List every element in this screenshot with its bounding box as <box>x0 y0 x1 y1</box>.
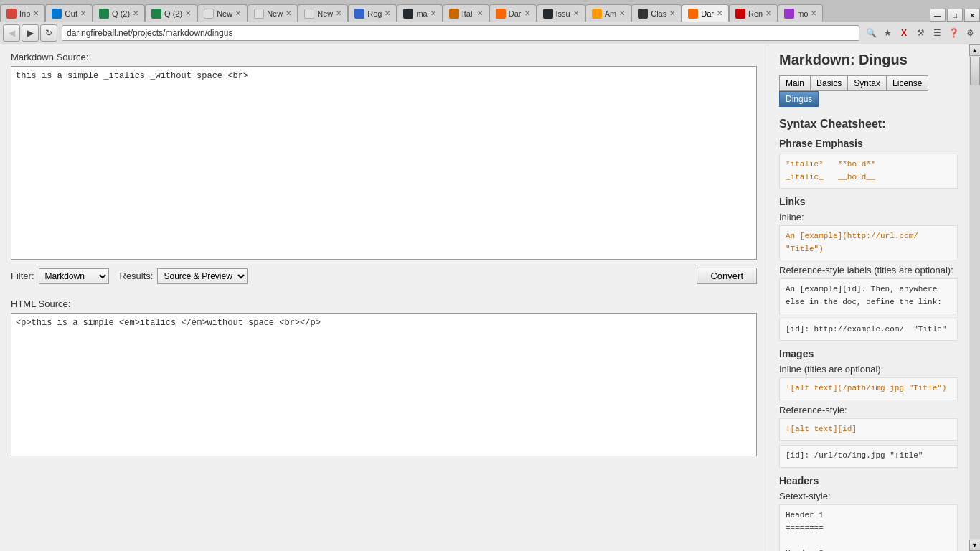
tab-close-icon[interactable]: ✕ <box>619 9 625 17</box>
tab-bar: Inb✕Out✕Q (2)✕Q (2)✕New✕New✕New✕Reg✕ma✕I… <box>0 0 980 22</box>
tab-label: Clas <box>651 9 666 18</box>
images-reference-code2: [id]: /url/to/img.jpg "Title" <box>779 445 958 468</box>
tab-new3[interactable]: New✕ <box>298 4 348 22</box>
maximize-button[interactable]: □ <box>947 9 963 22</box>
scrollbar-track[interactable] <box>970 57 980 539</box>
tab-daring2[interactable]: Dar✕ <box>682 4 729 22</box>
tab-label: ma <box>416 9 427 18</box>
markdown-source-label: Markdown Source: <box>11 52 757 62</box>
tab-close-icon[interactable]: ✕ <box>524 9 530 17</box>
tab-favicon <box>254 9 264 19</box>
links-title: Links <box>779 196 958 207</box>
sidebar-nav-main[interactable]: Main <box>779 75 811 91</box>
convert-button[interactable]: Convert <box>697 268 757 284</box>
addon-icon[interactable]: X <box>897 26 911 40</box>
sidebar-nav-license[interactable]: License <box>886 75 928 91</box>
html-source-label: HTML Source: <box>11 298 757 309</box>
tab-favicon <box>52 9 62 19</box>
images-inline-code: ![alt text](/path/img.jpg "Title") <box>779 377 958 400</box>
images-title: Images <box>779 348 958 359</box>
refresh-button[interactable]: ↻ <box>40 24 57 42</box>
tab-favicon <box>735 9 745 19</box>
search-icon[interactable]: 🔍 <box>864 26 878 40</box>
tab-github-ma[interactable]: ma✕ <box>397 4 442 22</box>
tab-close-icon[interactable]: ✕ <box>33 9 39 17</box>
page-scrollbar: ▲ ▼ <box>969 44 980 551</box>
tab-italic[interactable]: Itali✕ <box>443 4 489 22</box>
tab-close-icon[interactable]: ✕ <box>80 9 86 17</box>
tab-favicon <box>304 9 314 19</box>
tab-label: Dar <box>701 9 714 18</box>
tab-close-icon[interactable]: ✕ <box>477 9 483 17</box>
tab-close-icon[interactable]: ✕ <box>286 9 291 17</box>
navigation-bar: ◀ ▶ ↻ 🔍 ★ X ⚒ ☰ ❓ ⚙ <box>0 22 980 44</box>
tab-close-icon[interactable]: ✕ <box>336 9 341 17</box>
tab-favicon <box>688 9 698 19</box>
tab-regex[interactable]: Reg✕ <box>348 4 397 22</box>
tab-daring[interactable]: Dar✕ <box>489 4 537 22</box>
filter-select[interactable]: MarkdownSmartypantsNone <box>39 268 109 284</box>
menu-icon[interactable]: ☰ <box>930 26 944 40</box>
tab-gmail[interactable]: Inb✕ <box>0 4 45 22</box>
phrase-emphasis-code: *italic* **bold** _italic_ __bold__ <box>779 154 958 189</box>
tab-amazon[interactable]: Am✕ <box>585 4 632 22</box>
tab-close-icon[interactable]: ✕ <box>185 9 191 17</box>
results-select[interactable]: Source & PreviewSource OnlyPreview Only <box>157 268 248 284</box>
tab-label: Inb <box>19 9 30 18</box>
tab-label: Dar <box>509 9 522 18</box>
minimize-button[interactable]: — <box>930 9 946 22</box>
back-button[interactable]: ◀ <box>3 24 20 42</box>
tab-label: Q (2) <box>164 9 182 18</box>
tab-close-icon[interactable]: ✕ <box>573 9 579 17</box>
tab-label: mo <box>797 9 808 18</box>
tab-ren[interactable]: Ren✕ <box>729 4 778 22</box>
tab-close-icon[interactable]: ✕ <box>133 9 138 17</box>
tab-close-icon[interactable]: ✕ <box>765 9 771 17</box>
scrollbar-up-button[interactable]: ▲ <box>969 44 981 56</box>
tools-icon[interactable]: ⚒ <box>913 26 928 40</box>
tab-close-icon[interactable]: ✕ <box>669 9 675 17</box>
tab-qq2[interactable]: Q (2)✕ <box>145 4 197 22</box>
tab-close-icon[interactable]: ✕ <box>811 9 816 17</box>
tab-new2[interactable]: New✕ <box>248 4 298 22</box>
links-reference-code: An [example][id]. Then, anywhere else in… <box>779 278 958 314</box>
tab-close-icon[interactable]: ✕ <box>235 9 241 17</box>
tab-label: Reg <box>367 9 382 18</box>
close-button[interactable]: ✕ <box>964 9 980 22</box>
sidebar: Markdown: Dingus MainBasicsSyntaxLicense… <box>768 44 969 551</box>
tab-favicon <box>151 9 161 19</box>
bookmark-star-icon[interactable]: ★ <box>880 26 895 40</box>
settings-icon[interactable]: ⚙ <box>963 26 977 40</box>
markdown-source-textarea[interactable] <box>11 66 757 260</box>
tab-class[interactable]: Clas✕ <box>631 4 682 22</box>
sidebar-nav-dingus[interactable]: Dingus <box>779 91 819 107</box>
links-reference-id-code: [id]: http://example.com/ "Title" <box>779 319 958 342</box>
headers-setext-code: Header 1 ======== Header 2 -------- <box>779 504 958 551</box>
scrollbar-down-button[interactable]: ▼ <box>969 540 981 551</box>
tab-issues[interactable]: Issu✕ <box>537 4 585 22</box>
address-bar[interactable] <box>62 25 859 41</box>
sidebar-nav-basics[interactable]: Basics <box>810 75 848 91</box>
tab-label: New <box>267 9 283 18</box>
headers-title: Headers <box>779 475 958 486</box>
links-inline-label: Inline: <box>779 212 958 222</box>
tab-favicon <box>354 9 364 19</box>
images-inline-label: Inline (titles are optional): <box>779 364 958 375</box>
sidebar-nav-syntax[interactable]: Syntax <box>847 75 887 91</box>
scrollbar-thumb[interactable] <box>970 57 980 85</box>
tab-favicon <box>99 9 109 19</box>
page-body: Markdown Source: Filter: MarkdownSmartyp… <box>0 44 980 551</box>
tab-qq1[interactable]: Q (2)✕ <box>93 4 145 22</box>
window-controls: — □ ✕ <box>930 9 980 22</box>
tab-close-icon[interactable]: ✕ <box>717 9 722 17</box>
tab-close-icon[interactable]: ✕ <box>385 9 390 17</box>
tab-close-icon[interactable]: ✕ <box>430 9 436 17</box>
html-source-textarea[interactable] <box>11 313 757 456</box>
tab-favicon <box>638 9 648 19</box>
results-label: Results: <box>120 270 154 281</box>
tab-outlook[interactable]: Out✕ <box>45 4 93 22</box>
pocket-icon[interactable]: ❓ <box>946 26 961 40</box>
forward-button[interactable]: ▶ <box>22 24 39 42</box>
tab-mo[interactable]: mo✕ <box>778 4 823 22</box>
tab-new1[interactable]: New✕ <box>197 4 248 22</box>
